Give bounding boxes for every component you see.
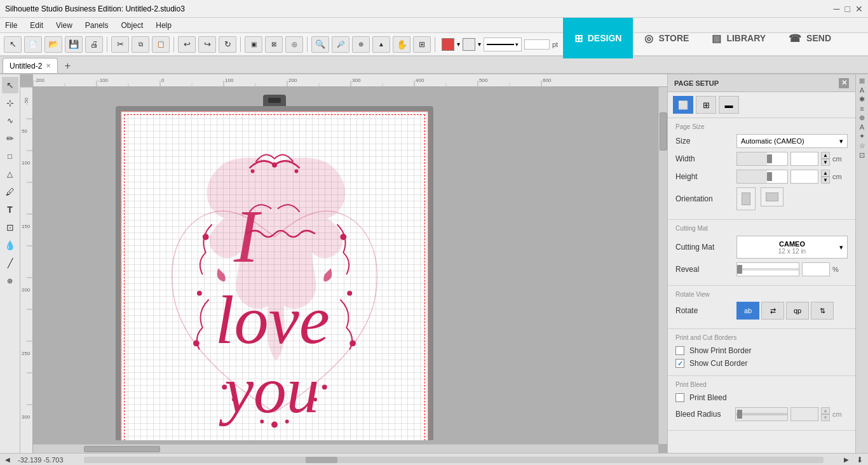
fill-color-button[interactable] xyxy=(463,38,475,51)
strip-icon-5[interactable]: ⊕ xyxy=(857,114,868,122)
strip-icon-4[interactable]: ≡ xyxy=(857,105,868,112)
menu-object[interactable]: Object xyxy=(119,20,146,31)
bleed-radius-input[interactable]: 0.127 xyxy=(790,407,818,421)
select-all-button[interactable]: ▣ xyxy=(245,36,262,53)
width-up[interactable]: ▲ xyxy=(821,152,830,159)
vertical-scrollbar[interactable] xyxy=(658,87,667,444)
triangle-tool[interactable]: △ xyxy=(2,166,18,182)
select-tool[interactable]: ↖ xyxy=(2,77,18,93)
width-input[interactable]: 30.48 xyxy=(790,152,818,166)
stroke-color-button[interactable] xyxy=(442,38,454,51)
zoom-in-button[interactable]: 🔍 xyxy=(311,36,329,53)
panel-tab-grid[interactable]: ⊞ xyxy=(696,96,716,114)
menu-view[interactable]: View xyxy=(53,20,75,31)
fill-dropdown-arrow[interactable]: ▾ xyxy=(478,41,481,48)
scroll-left-btn[interactable]: ◀ xyxy=(5,456,10,463)
rotate-btn-mirror[interactable]: ⇄ xyxy=(761,302,784,320)
separator-4 xyxy=(307,37,308,52)
rotate-btn-rotate90[interactable]: qp xyxy=(786,302,809,320)
text-tool[interactable]: T xyxy=(2,201,18,218)
redo-button[interactable]: ↪ xyxy=(198,36,216,53)
copy-button[interactable]: ⧉ xyxy=(132,36,149,53)
panel-tab-background[interactable]: ▬ xyxy=(719,96,739,114)
height-down[interactable]: ▼ xyxy=(821,177,830,184)
close-button[interactable]: ✕ xyxy=(855,4,863,14)
menu-file[interactable]: File xyxy=(3,20,20,31)
panel-close-button[interactable]: ✕ xyxy=(839,78,849,88)
svg-point-64 xyxy=(272,163,277,168)
rotate-btn-normal[interactable]: ab xyxy=(736,302,759,320)
scroll-right-btn[interactable]: ▶ xyxy=(844,456,849,463)
stroke-dropdown-arrow[interactable]: ▾ xyxy=(457,41,460,48)
reveal-input[interactable]: 0.0 xyxy=(802,262,830,276)
restore-button[interactable]: □ xyxy=(845,4,850,14)
strip-icon-1[interactable]: ⊞ xyxy=(857,77,868,85)
open-button[interactable]: 📂 xyxy=(44,36,62,53)
panel-header: PAGE SETUP ✕ xyxy=(668,74,855,92)
show-print-border-checkbox[interactable] xyxy=(675,346,684,355)
show-cut-border-checkbox[interactable]: ✓ xyxy=(675,359,684,368)
portrait-button[interactable] xyxy=(736,187,756,210)
size-dropdown[interactable]: Automatic (CAMEO) ▾ xyxy=(736,134,848,148)
zoom-fit-button[interactable]: ⊕ xyxy=(352,36,370,53)
zoom-out-button[interactable]: 🔎 xyxy=(332,36,349,53)
node-tool[interactable]: ⊹ xyxy=(2,95,18,111)
refresh-button[interactable]: ↻ xyxy=(219,36,236,53)
topnav-store[interactable]: ◎ STORE xyxy=(633,18,700,58)
topnav-library[interactable]: ▤ LIBRARY xyxy=(700,18,777,58)
menu-help[interactable]: Help xyxy=(153,20,174,31)
send-icon: ☎ xyxy=(789,32,801,44)
cutting-mat-dropdown[interactable]: CAMEO 12 x 12 in ▾ xyxy=(736,236,848,259)
tab-untitled2[interactable]: Untitled-2 ✕ xyxy=(3,58,58,73)
horizontal-scrollbar[interactable] xyxy=(33,444,658,453)
tab-close-button[interactable]: ✕ xyxy=(46,62,51,69)
undo-button[interactable]: ↩ xyxy=(178,36,196,53)
topnav-design[interactable]: ⊞ DESIGN xyxy=(563,18,634,58)
group-button[interactable]: ◎ xyxy=(285,36,303,53)
print-bleed-checkbox[interactable] xyxy=(675,393,684,402)
panel-tab-page[interactable]: ⬜ xyxy=(673,96,693,114)
eraser-tool[interactable]: ⊡ xyxy=(2,219,18,236)
pencil-tool[interactable]: ✏ xyxy=(2,130,18,147)
height-up[interactable]: ▲ xyxy=(821,170,830,177)
strip-icon-8[interactable]: ☆ xyxy=(857,142,868,150)
menu-edit[interactable]: Edit xyxy=(27,20,46,31)
eyedropper-tool[interactable]: 💧 xyxy=(2,237,18,253)
width-down[interactable]: ▼ xyxy=(821,159,830,166)
cut-button[interactable]: ✂ xyxy=(111,36,129,53)
landscape-button[interactable] xyxy=(761,187,783,206)
strip-icon-7[interactable]: ✦ xyxy=(857,132,868,140)
deselect-button[interactable]: ⊠ xyxy=(265,36,283,53)
minimize-button[interactable]: ─ xyxy=(834,4,840,14)
stroke-line-selector[interactable]: ▾ xyxy=(484,37,522,51)
pan-tool[interactable]: ✋ xyxy=(393,36,410,53)
rotate-btn-rotate180[interactable]: ⇅ xyxy=(811,302,834,320)
rectangle-tool[interactable]: □ xyxy=(2,148,18,165)
page-down-btn[interactable]: ⬇ xyxy=(857,455,863,464)
knife-tool[interactable]: ╱ xyxy=(2,255,18,271)
strip-icon-9[interactable]: ⊡ xyxy=(857,151,868,159)
stroke-width-input[interactable]: 0.20 xyxy=(524,39,550,50)
zoom-canvas-tool[interactable]: ⊕ xyxy=(2,273,18,289)
strip-icon-2[interactable]: A xyxy=(857,86,868,94)
svg-text:100: 100 xyxy=(225,78,234,83)
menu-panels[interactable]: Panels xyxy=(83,20,111,31)
print-cut-title: Print and Cut Borders xyxy=(675,334,848,341)
pen-tool[interactable]: 🖊 xyxy=(2,184,18,200)
print-button[interactable]: 🖨 xyxy=(85,36,103,53)
move-tool[interactable]: ▲ xyxy=(372,36,390,53)
vscroll-thumb[interactable] xyxy=(660,112,667,151)
print-bleed-label: Print Bleed xyxy=(689,393,727,402)
bezier-tool[interactable]: ∿ xyxy=(2,112,18,129)
paste-button[interactable]: 📋 xyxy=(152,36,170,53)
height-input[interactable]: 30.48 xyxy=(790,170,818,184)
topnav-send[interactable]: ☎ SEND xyxy=(777,18,843,58)
hscroll-thumb[interactable] xyxy=(84,446,160,452)
strip-icon-6[interactable]: A xyxy=(857,123,868,131)
pointer-tool[interactable]: ↖ xyxy=(4,36,22,53)
zoom-region-button[interactable]: ⊞ xyxy=(413,36,431,53)
save-button[interactable]: 💾 xyxy=(65,36,83,53)
tab-add-button[interactable]: + xyxy=(60,59,74,73)
new-button[interactable]: 📄 xyxy=(24,36,42,53)
strip-icon-3[interactable]: ✱ xyxy=(857,95,868,104)
